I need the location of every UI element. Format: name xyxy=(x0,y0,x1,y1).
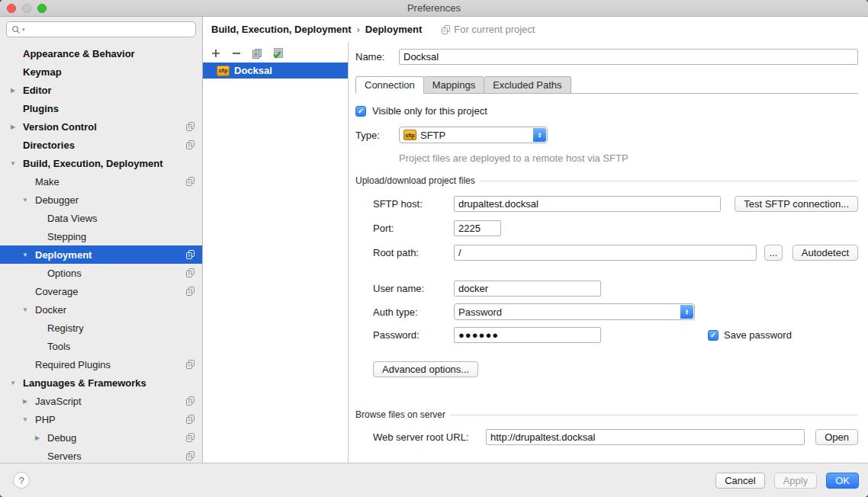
sidebar-item-appearance-behavior[interactable]: Appearance & Behavior xyxy=(0,44,202,63)
auth-type-label: Auth type: xyxy=(373,306,454,318)
tab-connection[interactable]: Connection xyxy=(355,76,424,94)
web-root-input[interactable] xyxy=(486,429,805,445)
add-icon[interactable] xyxy=(210,47,222,59)
project-settings-icon xyxy=(186,287,194,296)
autodetect-button[interactable]: Autodetect xyxy=(792,245,858,261)
window-title: Preferences xyxy=(0,2,868,14)
select-stepper-icon[interactable] xyxy=(533,128,546,142)
copy-icon[interactable] xyxy=(251,47,263,59)
tree-item-label: Build, Execution, Deployment xyxy=(23,158,162,169)
open-button[interactable]: Open xyxy=(815,429,858,445)
section-divider xyxy=(451,415,858,415)
port-input[interactable] xyxy=(454,220,501,236)
for-current-project-label: For current project xyxy=(454,24,535,35)
sidebar-item-plugins[interactable]: Plugins xyxy=(0,99,202,117)
visible-only-checkbox[interactable] xyxy=(355,106,366,117)
tree-toggle-icon[interactable]: ▶ xyxy=(6,87,20,94)
web-root-label: Web server root URL: xyxy=(373,431,486,443)
sidebar-item-languages-frameworks[interactable]: ▼ Languages & Frameworks xyxy=(0,374,202,392)
settings-sidebar: ▾ Appearance & Behavior Keymap ▶ Editor … xyxy=(0,17,203,463)
sidebar-item-required-plugins[interactable]: Required Plugins xyxy=(0,355,202,374)
project-settings-icon xyxy=(186,415,194,424)
tab-mappings[interactable]: Mappings xyxy=(424,76,484,94)
tree-toggle-icon[interactable]: ▼ xyxy=(18,306,32,313)
port-label: Port: xyxy=(373,223,454,234)
tree-toggle-icon[interactable]: ▶ xyxy=(18,398,32,405)
ok-button[interactable]: OK xyxy=(826,473,859,489)
root-path-input[interactable] xyxy=(454,245,757,261)
sidebar-item-options[interactable]: Options xyxy=(0,264,202,282)
settings-search-field[interactable]: ▾ xyxy=(6,21,196,37)
sidebar-item-stepping[interactable]: Stepping xyxy=(0,227,202,245)
settings-tabs: Connection Mappings Excluded Paths xyxy=(355,76,858,94)
type-label: Type: xyxy=(355,130,399,141)
tree-toggle-icon[interactable]: ▼ xyxy=(6,380,20,386)
sidebar-item-docker[interactable]: ▼ Docker xyxy=(0,300,202,319)
sidebar-item-servers[interactable]: Servers xyxy=(0,447,202,463)
sidebar-item-coverage[interactable]: Coverage xyxy=(0,282,202,300)
sidebar-item-registry[interactable]: Registry xyxy=(0,319,202,337)
auth-type-select[interactable]: Password xyxy=(454,303,695,320)
dialog-footer: ? Cancel Apply OK xyxy=(0,463,868,497)
tab-excluded-paths[interactable]: Excluded Paths xyxy=(484,76,571,94)
sidebar-item-debugger[interactable]: ▼ Debugger xyxy=(0,191,202,209)
apply-button[interactable]: Apply xyxy=(774,473,818,489)
type-select[interactable]: sftp SFTP xyxy=(399,127,548,143)
search-options-chevron-icon[interactable]: ▾ xyxy=(22,27,25,33)
tree-toggle-icon[interactable]: ▶ xyxy=(31,434,44,441)
sidebar-item-make[interactable]: Make xyxy=(0,172,202,191)
tree-item-label: Deployment xyxy=(35,249,92,261)
type-help-text: Project files are deployed to a remote h… xyxy=(399,152,858,164)
password-input[interactable] xyxy=(454,327,601,343)
project-settings-icon xyxy=(186,140,194,149)
test-sftp-connection-button[interactable]: Test SFTP connection... xyxy=(735,196,858,212)
use-as-default-icon[interactable] xyxy=(272,47,284,59)
breadcrumb-separator: › xyxy=(356,24,359,35)
tree-toggle-icon[interactable]: ▶ xyxy=(6,123,20,130)
sidebar-item-data-views[interactable]: Data Views xyxy=(0,209,202,227)
search-icon xyxy=(11,25,21,34)
sidebar-item-debug[interactable]: ▶ Debug xyxy=(0,428,202,447)
sidebar-item-tools[interactable]: Tools xyxy=(0,337,202,355)
user-name-input[interactable] xyxy=(454,281,601,297)
sidebar-item-php[interactable]: ▼ PHP xyxy=(0,410,202,428)
settings-tree: Appearance & Behavior Keymap ▶ Editor Pl… xyxy=(0,44,202,463)
tree-toggle-icon[interactable]: ▼ xyxy=(6,160,20,167)
tree-item-label: Debug xyxy=(47,432,76,444)
advanced-options-button[interactable]: Advanced options... xyxy=(373,361,478,377)
tree-item-label: Data Views xyxy=(47,213,98,224)
tree-item-label: Debugger xyxy=(35,194,79,206)
tree-toggle-icon[interactable]: ▼ xyxy=(18,416,32,423)
sidebar-item-directories[interactable]: Directories xyxy=(0,136,202,154)
project-settings-icon xyxy=(186,177,194,186)
name-label: Name: xyxy=(355,51,399,63)
sidebar-item-editor[interactable]: ▶ Editor xyxy=(0,81,202,99)
breadcrumb-part-parent: Build, Execution, Deployment xyxy=(211,24,351,35)
tree-item-label: Servers xyxy=(47,451,82,462)
cancel-button[interactable]: Cancel xyxy=(715,473,764,489)
sidebar-item-javascript[interactable]: ▶ JavaScript xyxy=(0,392,202,410)
save-password-checkbox[interactable] xyxy=(708,330,719,341)
tree-toggle-icon[interactable]: ▼ xyxy=(18,197,32,204)
name-input[interactable] xyxy=(399,49,858,65)
sidebar-item-build-execution-deployment[interactable]: ▼ Build, Execution, Deployment xyxy=(0,154,202,172)
search-input[interactable] xyxy=(27,23,191,36)
sidebar-item-version-control[interactable]: ▶ Version Control xyxy=(0,117,202,136)
deployment-settings-form: Name: Connection Mappings Excluded Paths… xyxy=(349,42,868,463)
server-list-item-docksal[interactable]: sftp Docksal xyxy=(203,63,348,79)
tree-item-label: Coverage xyxy=(35,286,78,297)
project-settings-icon xyxy=(186,360,194,369)
upload-section-title: Upload/download project files xyxy=(355,175,475,186)
select-stepper-icon[interactable] xyxy=(680,305,693,319)
tree-item-label: Directories xyxy=(23,139,75,151)
browse-root-path-button[interactable]: ... xyxy=(764,245,783,261)
sidebar-item-keymap[interactable]: Keymap xyxy=(0,63,202,81)
sftp-host-input[interactable] xyxy=(454,196,721,212)
save-password-label: Save password xyxy=(724,329,792,341)
breadcrumb: Build, Execution, Deployment›Deployment xyxy=(211,24,422,35)
remove-icon[interactable] xyxy=(230,47,243,59)
sidebar-item-deployment[interactable]: ▼ Deployment xyxy=(0,245,202,264)
tree-toggle-icon[interactable]: ▼ xyxy=(18,252,32,258)
help-button[interactable]: ? xyxy=(13,472,30,489)
titlebar: Preferences xyxy=(0,0,868,17)
